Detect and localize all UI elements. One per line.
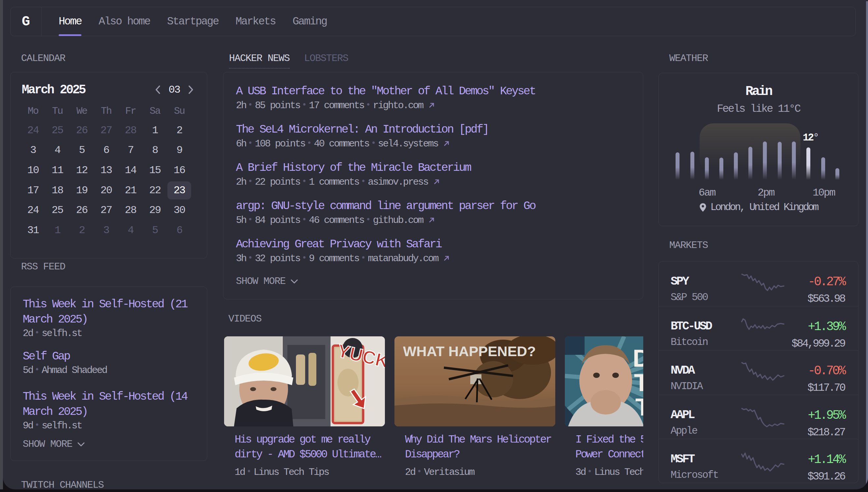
- svg-text:TH: TH: [634, 369, 643, 396]
- svg-text:T: T: [635, 393, 643, 421]
- svg-text:DO: DO: [633, 345, 643, 372]
